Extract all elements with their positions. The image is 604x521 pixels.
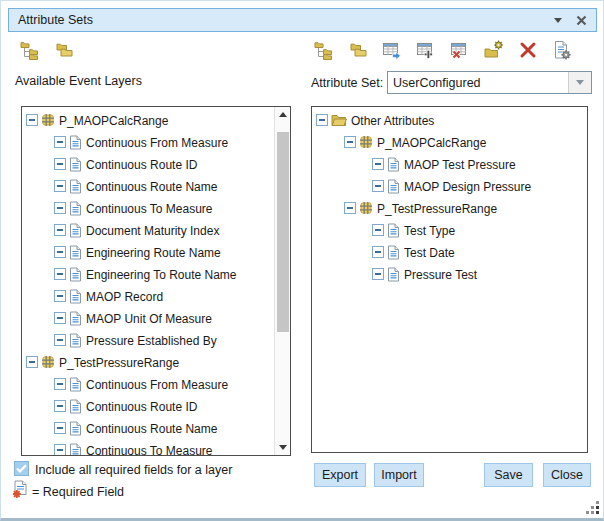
field-icon (387, 179, 400, 194)
scroll-up-button[interactable] (275, 107, 290, 122)
field-icon (69, 289, 82, 304)
collapse-toggle[interactable] (26, 356, 38, 368)
required-field-label: = Required Field (32, 485, 124, 499)
tree-item[interactable]: Continuous Route Name (22, 175, 274, 197)
import-button[interactable]: Import (374, 463, 424, 487)
resize-grip[interactable] (586, 501, 600, 515)
dialog-title: Attribute Sets (18, 13, 554, 27)
folders-icon[interactable] (54, 40, 74, 60)
collapse-toggle[interactable] (54, 290, 66, 302)
collapse-toggle[interactable] (54, 334, 66, 346)
tree-item[interactable]: Test Type (312, 219, 587, 241)
dropdown-arrow-button[interactable] (568, 72, 591, 93)
collapse-toggle[interactable] (26, 114, 38, 126)
tree-item[interactable]: Engineering Route Name (22, 241, 274, 263)
attribute-set-dropdown[interactable]: UserConfigured (387, 71, 592, 94)
collapse-toggle[interactable] (54, 246, 66, 258)
scroll-down-button[interactable] (275, 440, 290, 455)
event-layer-icon (41, 113, 55, 127)
chevron-down-icon[interactable] (554, 18, 562, 23)
available-event-layers-label: Available Event Layers (15, 74, 142, 88)
tree-item[interactable]: Continuous From Measure (22, 373, 274, 395)
field-icon (69, 223, 82, 238)
triangle-up-icon (279, 112, 287, 117)
collapse-toggle[interactable] (344, 202, 356, 214)
collapse-toggle[interactable] (54, 400, 66, 412)
tree-item[interactable]: Engineering To Route Name (22, 263, 274, 285)
folders-icon[interactable] (348, 40, 368, 60)
field-icon (387, 267, 400, 282)
collapse-toggle[interactable] (344, 136, 356, 148)
collapse-toggle[interactable] (372, 268, 384, 280)
collapse-toggle[interactable] (54, 444, 66, 456)
collapse-toggle[interactable] (316, 114, 328, 126)
collapse-toggle[interactable] (54, 180, 66, 192)
collapse-toggle[interactable] (372, 158, 384, 170)
tree-item[interactable]: MAOP Record (22, 285, 274, 307)
tree-item[interactable]: Continuous Route Name (22, 417, 274, 439)
collapse-toggle[interactable] (54, 268, 66, 280)
tree-item[interactable]: Test Date (312, 241, 587, 263)
include-required-label: Include all required fields for a layer (35, 463, 232, 477)
collapse-toggle[interactable] (54, 224, 66, 236)
collapse-toggle[interactable] (54, 312, 66, 324)
collapse-toggle[interactable] (54, 202, 66, 214)
tree-item[interactable]: Continuous Route ID (22, 395, 274, 417)
close-button[interactable]: Close (543, 463, 591, 487)
tree-item[interactable]: Pressure Test (312, 263, 587, 285)
available-layers-tree: P_MAOPCalcRange Continuous From Measure … (22, 107, 274, 455)
collapse-toggle[interactable] (54, 378, 66, 390)
collapse-toggle[interactable] (372, 246, 384, 258)
tree-item[interactable]: P_MAOPCalcRange (312, 131, 587, 153)
collapse-toggle[interactable] (372, 180, 384, 192)
check-icon (16, 464, 27, 473)
report-settings-icon[interactable] (552, 40, 572, 60)
attribute-set-label: Attribute Set: (311, 76, 383, 90)
titlebar: Attribute Sets (8, 8, 597, 32)
delete-icon[interactable] (518, 40, 538, 60)
table-remove-icon[interactable] (450, 40, 470, 60)
tree-item[interactable]: P_TestPressureRange (312, 197, 587, 219)
tree-item[interactable]: P_MAOPCalcRange (22, 109, 274, 131)
scroll-thumb[interactable] (277, 132, 289, 332)
folder-new-icon[interactable] (484, 40, 504, 60)
close-icon[interactable] (576, 15, 587, 26)
export-button[interactable]: Export (314, 463, 366, 487)
tree-item[interactable]: MAOP Test Pressure (312, 153, 587, 175)
layer-tree-icon[interactable] (20, 40, 40, 60)
collapse-toggle[interactable] (372, 224, 384, 236)
tree-item[interactable]: MAOP Unit Of Measure (22, 307, 274, 329)
tree-item[interactable]: Continuous To Measure (22, 197, 274, 219)
attribute-set-panel: Other Attributes P_MAOPCalcRange MAOP Te… (311, 106, 588, 453)
field-icon (69, 443, 82, 457)
field-icon (69, 311, 82, 326)
field-icon (69, 157, 82, 172)
table-export-icon[interactable] (382, 40, 402, 60)
collapse-toggle[interactable] (54, 158, 66, 170)
tree-item[interactable]: Other Attributes (312, 109, 587, 131)
folder-open-icon (331, 114, 347, 127)
collapse-toggle[interactable] (54, 136, 66, 148)
tree-item[interactable]: Document Maturity Index (22, 219, 274, 241)
tree-item[interactable]: Continuous From Measure (22, 131, 274, 153)
field-icon (69, 377, 82, 392)
attribute-sets-dialog: Attribute Sets Available Event Layers At… (0, 0, 604, 521)
tree-item[interactable]: P_TestPressureRange (22, 351, 274, 373)
tree-item[interactable]: MAOP Design Pressure (312, 175, 587, 197)
triangle-down-icon (279, 445, 287, 450)
event-layer-icon (359, 201, 373, 215)
field-icon (69, 333, 82, 348)
tree-item[interactable]: Continuous To Measure (22, 439, 274, 456)
collapse-toggle[interactable] (54, 422, 66, 434)
event-layer-icon (41, 355, 55, 369)
scrollbar[interactable] (274, 107, 290, 455)
tree-item[interactable]: Pressure Established By (22, 329, 274, 351)
layer-tree-icon[interactable] (314, 40, 334, 60)
toolbar-right (314, 40, 572, 60)
include-required-checkbox[interactable] (14, 461, 29, 476)
table-add-icon[interactable] (416, 40, 436, 60)
chevron-down-icon (576, 80, 584, 85)
toolbar-left (20, 40, 74, 60)
tree-item[interactable]: Continuous Route ID (22, 153, 274, 175)
save-button[interactable]: Save (484, 463, 533, 487)
